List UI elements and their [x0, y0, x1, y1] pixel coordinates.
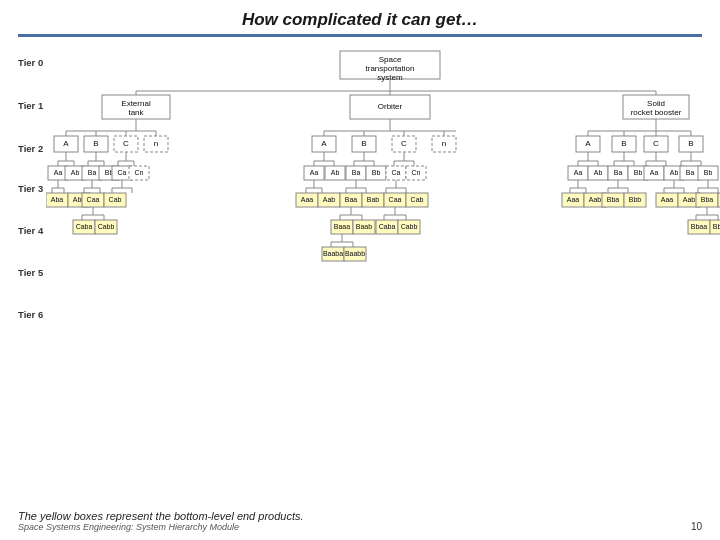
svg-text:Caba: Caba: [76, 223, 93, 230]
svg-text:B: B: [621, 139, 626, 148]
svg-text:Aaa: Aaa: [301, 196, 314, 203]
svg-text:Bb: Bb: [634, 169, 643, 176]
svg-text:A: A: [63, 139, 69, 148]
svg-text:Ab: Ab: [594, 169, 603, 176]
svg-text:Cab: Cab: [109, 196, 122, 203]
svg-text:Ab: Ab: [71, 169, 80, 176]
svg-text:Aab: Aab: [323, 196, 336, 203]
svg-text:Cn: Cn: [135, 169, 144, 176]
svg-text:Aab: Aab: [589, 196, 602, 203]
svg-text:Ba: Ba: [88, 169, 97, 176]
svg-text:Caa: Caa: [389, 196, 402, 203]
svg-text:Bbb: Bbb: [629, 196, 642, 203]
tier-label-2: Tier 2: [18, 143, 43, 154]
svg-text:Ca: Ca: [392, 169, 401, 176]
svg-text:n: n: [154, 139, 158, 148]
svg-text:Ab: Ab: [331, 169, 340, 176]
svg-text:Caba: Caba: [379, 223, 396, 230]
svg-text:Aaa: Aaa: [567, 196, 580, 203]
svg-text:Bab: Bab: [367, 196, 380, 203]
svg-text:Aa: Aa: [574, 169, 583, 176]
svg-text:Orbiter: Orbiter: [378, 102, 403, 111]
svg-text:Bbbb: Bbbb: [713, 223, 720, 230]
tier-label-5: Tier 5: [18, 267, 43, 278]
svg-text:B: B: [688, 139, 693, 148]
svg-text:Cab: Cab: [411, 196, 424, 203]
svg-text:Aa: Aa: [310, 169, 319, 176]
svg-text:Solid: Solid: [647, 99, 665, 108]
svg-text:Bb: Bb: [704, 169, 713, 176]
page-number: 10: [691, 521, 702, 532]
svg-text:Baaba: Baaba: [323, 250, 343, 257]
svg-text:Ba: Ba: [686, 169, 695, 176]
tier-label-4: Tier 4: [18, 225, 43, 236]
svg-text:Aaa: Aaa: [661, 196, 674, 203]
slide-title: How complicated it can get…: [18, 10, 702, 30]
svg-text:n: n: [442, 139, 446, 148]
slide-container: How complicated it can get… Tier 0 Tier …: [0, 0, 720, 540]
svg-text:Ca: Ca: [118, 169, 127, 176]
caption-text: The yellow boxes represent the bottom-le…: [18, 510, 304, 522]
svg-text:A: A: [585, 139, 591, 148]
tier-label-3: Tier 3: [18, 183, 43, 194]
svg-text:Baab: Baab: [356, 223, 372, 230]
svg-text:B: B: [93, 139, 98, 148]
bottom-bar: The yellow boxes represent the bottom-le…: [18, 508, 702, 532]
svg-text:External: External: [121, 99, 151, 108]
svg-text:Caa: Caa: [87, 196, 100, 203]
svg-text:Cn: Cn: [412, 169, 421, 176]
svg-text:Cabb: Cabb: [98, 223, 115, 230]
svg-text:B: B: [361, 139, 366, 148]
svg-text:Ab: Ab: [670, 169, 679, 176]
svg-text:tank: tank: [128, 108, 144, 117]
source-label: Space Systems Engineering: System Hierar…: [18, 522, 304, 532]
tier-label-6: Tier 6: [18, 309, 43, 320]
svg-text:Aab: Aab: [683, 196, 696, 203]
svg-text:Aba: Aba: [51, 196, 64, 203]
diagram-area: Tier 0 Tier 1 Tier 2 Tier 3 Tier 4 Tier …: [18, 43, 702, 453]
svg-text:Baa: Baa: [345, 196, 358, 203]
svg-text:Aa: Aa: [54, 169, 63, 176]
svg-text:A: A: [321, 139, 327, 148]
hierarchy-diagram: .box-text { font-family: Arial, sans-ser…: [46, 43, 720, 453]
svg-text:Bba: Bba: [701, 196, 714, 203]
svg-text:Bb: Bb: [372, 169, 381, 176]
svg-text:C: C: [123, 139, 129, 148]
svg-text:C: C: [401, 139, 407, 148]
svg-text:Ba: Ba: [614, 169, 623, 176]
blue-divider: [18, 34, 702, 37]
svg-text:Space: Space: [379, 55, 402, 64]
tier-label-1: Tier 1: [18, 100, 43, 111]
svg-text:Baabb: Baabb: [345, 250, 365, 257]
svg-text:C: C: [653, 139, 659, 148]
svg-text:Bbaa: Bbaa: [691, 223, 707, 230]
svg-text:Cabb: Cabb: [401, 223, 418, 230]
svg-text:transportation: transportation: [366, 64, 415, 73]
svg-text:Ba: Ba: [352, 169, 361, 176]
svg-text:rocket booster: rocket booster: [631, 108, 682, 117]
svg-text:Baaa: Baaa: [334, 223, 350, 230]
svg-text:Aa: Aa: [650, 169, 659, 176]
svg-text:Bba: Bba: [607, 196, 620, 203]
tier-label-0: Tier 0: [18, 57, 43, 68]
